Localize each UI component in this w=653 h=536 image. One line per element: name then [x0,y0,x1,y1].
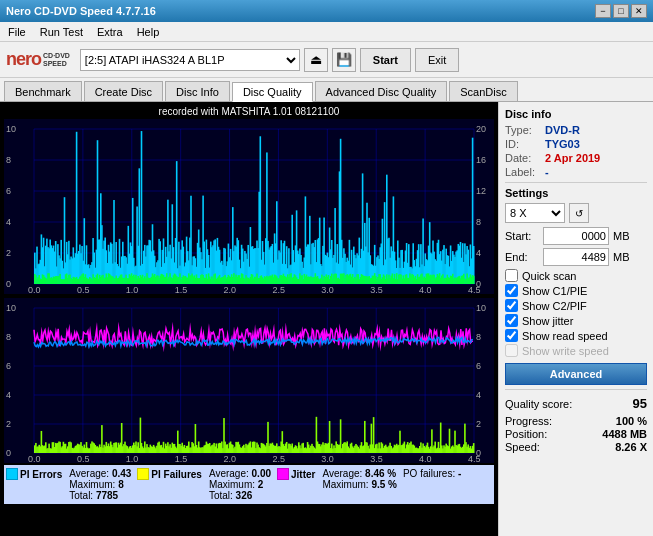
progress-position-row: Position: 4488 MB [505,428,647,440]
divider-1 [505,182,647,183]
position-value: 4488 MB [602,428,647,440]
end-mb-input[interactable] [543,248,609,266]
show-c1pie-checkbox[interactable] [505,284,518,297]
menu-extra[interactable]: Extra [93,24,127,40]
right-panel: Disc info Type: DVD-R ID: TYG03 Date: 2 … [498,102,653,536]
show-read-speed-label: Show read speed [522,330,608,342]
progress-label: Progress: [505,415,552,427]
quality-label: Quality score: [505,398,572,410]
progress-speed-row: Speed: 8.26 X [505,441,647,453]
disc-info-title: Disc info [505,108,647,120]
disc-label-row: Label: - [505,166,647,178]
divider-2 [505,389,647,390]
save-button[interactable]: 💾 [332,48,356,72]
tab-disc-quality[interactable]: Disc Quality [232,82,313,102]
quick-scan-label: Quick scan [522,270,576,282]
show-jitter-checkbox[interactable] [505,314,518,327]
quality-row: Quality score: 95 [505,396,647,411]
exit-button[interactable]: Exit [415,48,459,72]
pi-failures-color-box [137,468,149,480]
disc-date-label: Date: [505,152,541,164]
eject-button[interactable]: ⏏ [304,48,328,72]
po-failures-value: - [458,468,461,479]
show-c1pie-label: Show C1/PIE [522,285,587,297]
show-write-speed-label: Show write speed [522,345,609,357]
quick-scan-row: Quick scan [505,269,647,282]
disc-label-value: - [545,166,549,178]
pi-errors-values: Average: 0.43 Maximum: 8 Total: 7785 [69,468,131,501]
advanced-button[interactable]: Advanced [505,363,647,385]
show-jitter-row: Show jitter [505,314,647,327]
disc-type-label: Type: [505,124,541,136]
end-mb-label: End: [505,251,539,263]
show-write-speed-row: Show write speed [505,344,647,357]
disc-label-label: Label: [505,166,541,178]
menu-file[interactable]: File [4,24,30,40]
speed-row: 8 X Max 1 X 2 X 4 X 16 X ↺ [505,203,647,223]
disc-id-value: TYG03 [545,138,580,150]
nero-logo: nero CD·DVDSPEED [6,45,70,75]
nero-logo-text: nero [6,49,41,70]
tab-advanced-disc-quality[interactable]: Advanced Disc Quality [315,81,448,101]
end-mb-unit: MB [613,251,630,263]
tab-benchmark[interactable]: Benchmark [4,81,82,101]
position-label: Position: [505,428,547,440]
show-c2pif-checkbox[interactable] [505,299,518,312]
pi-errors-label: PI Errors [20,469,62,480]
disc-id-row: ID: TYG03 [505,138,647,150]
po-failures-stat: PO failures: - [403,468,461,479]
disc-date-value: 2 Apr 2019 [545,152,600,164]
quick-scan-checkbox[interactable] [505,269,518,282]
speed-value: 8.26 X [615,441,647,453]
disc-id-label: ID: [505,138,541,150]
refresh-button[interactable]: ↺ [569,203,589,223]
quality-score: 95 [633,396,647,411]
disc-type-value: DVD-R [545,124,580,136]
jitter-color-box [277,468,289,480]
progress-section: Progress: 100 % Position: 4488 MB Speed:… [505,415,647,453]
pi-failures-stat: PI Failures Average: 0.00 Maximum: 2 Tot… [137,468,271,501]
show-c1pie-row: Show C1/PIE [505,284,647,297]
speed-select[interactable]: 8 X Max 1 X 2 X 4 X 16 X [505,203,565,223]
tab-bar: Benchmark Create Disc Disc Info Disc Qua… [0,78,653,102]
speed-label: Speed: [505,441,540,453]
show-c2pif-row: Show C2/PIF [505,299,647,312]
title-bar: Nero CD-DVD Speed 4.7.7.16 − □ ✕ [0,0,653,22]
chart-area: recorded with MATSHITA 1.01 08121100 PI … [0,102,498,536]
main-content: recorded with MATSHITA 1.01 08121100 PI … [0,102,653,536]
menu-run-test[interactable]: Run Test [36,24,87,40]
start-mb-label: Start: [505,230,539,242]
drive-select[interactable]: [2:5] ATAPI iHAS324 A BL1P [80,49,300,71]
tab-scan-disc[interactable]: ScanDisc [449,81,517,101]
show-c2pif-label: Show C2/PIF [522,300,587,312]
pi-errors-color-box [6,468,18,480]
show-write-speed-checkbox[interactable] [505,344,518,357]
nero-sub-text: CD·DVDSPEED [43,52,70,67]
start-button[interactable]: Start [360,48,411,72]
start-mb-row: Start: MB [505,227,647,245]
po-failures-label: PO failures: [403,468,455,479]
minimize-button[interactable]: − [595,4,611,18]
pi-failures-values: Average: 0.00 Maximum: 2 Total: 326 [209,468,271,501]
close-button[interactable]: ✕ [631,4,647,18]
chart-title: recorded with MATSHITA 1.01 08121100 [4,106,494,117]
pi-errors-stat: PI Errors Average: 0.43 Maximum: 8 Total… [6,468,131,501]
disc-date-row: Date: 2 Apr 2019 [505,152,647,164]
progress-progress-row: Progress: 100 % [505,415,647,427]
show-jitter-label: Show jitter [522,315,573,327]
start-mb-input[interactable] [543,227,609,245]
show-read-speed-checkbox[interactable] [505,329,518,342]
jitter-stat: Jitter Average: 8.46 % Maximum: 9.5 % [277,468,397,490]
tab-disc-info[interactable]: Disc Info [165,81,230,101]
jitter-values: Average: 8.46 % Maximum: 9.5 % [322,468,396,490]
jitter-label: Jitter [291,469,315,480]
menu-help[interactable]: Help [133,24,164,40]
end-mb-row: End: MB [505,248,647,266]
maximize-button[interactable]: □ [613,4,629,18]
tab-create-disc[interactable]: Create Disc [84,81,163,101]
title-bar-controls: − □ ✕ [595,4,647,18]
menu-bar: File Run Test Extra Help [0,22,653,42]
pi-failures-label: PI Failures [151,469,202,480]
start-mb-unit: MB [613,230,630,242]
disc-type-row: Type: DVD-R [505,124,647,136]
